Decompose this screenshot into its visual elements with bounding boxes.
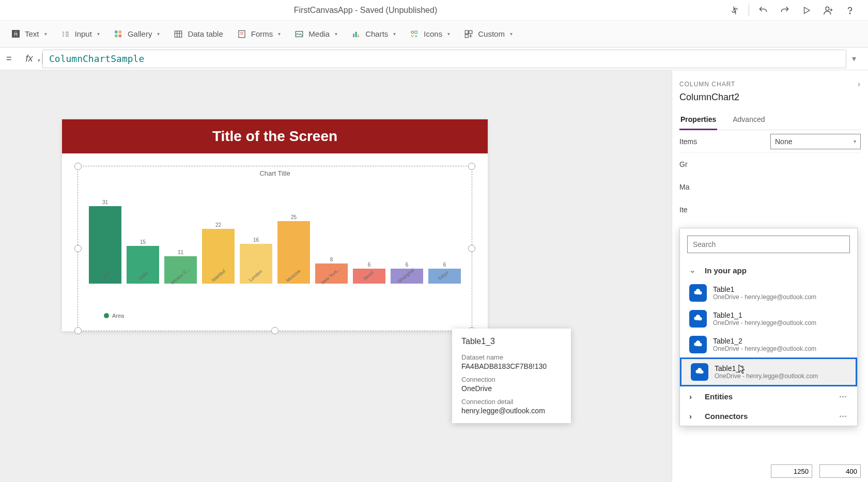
undo-icon[interactable]	[755, 3, 771, 18]
bar-value-label: 6	[406, 262, 409, 268]
share-icon[interactable]	[820, 3, 836, 18]
bar-value-label: 11	[178, 250, 183, 255]
bar-value-label: 16	[253, 237, 259, 243]
tab-properties[interactable]: Properties	[679, 110, 717, 130]
svg-rect-17	[465, 34, 468, 37]
datasource-subtitle: OneDrive - henry.legge@outlook.com	[715, 372, 818, 380]
svg-rect-7	[175, 31, 182, 37]
chevron-down-icon: ▾	[44, 31, 47, 37]
more-icon[interactable]: ⋯	[839, 392, 848, 401]
formula-input[interactable]	[42, 50, 846, 68]
prop-items-row: Items None ▾	[679, 130, 861, 153]
ribbon-charts[interactable]: Charts▾	[351, 29, 396, 39]
control-type-label: COLUMN CHART ›	[679, 80, 861, 89]
redo-icon[interactable]	[777, 3, 793, 18]
icons-icon	[409, 29, 420, 39]
app-title: FirstCanvasApp - Saved (Unpublished)	[10, 6, 721, 15]
chart-x-labels: CairoDelhiMexico C…IstanbulLondonMoscowN…	[83, 288, 467, 302]
forms-icon	[237, 29, 247, 39]
ribbon-gallery[interactable]: Gallery▾	[113, 29, 160, 39]
size-inputs	[771, 464, 861, 478]
onedrive-icon	[691, 363, 708, 381]
screen-header: Title of the Screen	[62, 119, 488, 153]
chart-title: Chart Title	[83, 169, 467, 177]
section-entities[interactable]: › Entities ⋯	[680, 386, 857, 406]
column-chart-control[interactable]: Chart Title 3115112216258666 CairoDelhiM…	[78, 166, 472, 331]
selection-handle[interactable]	[74, 245, 82, 252]
ribbon-icons[interactable]: Icons▾	[409, 29, 450, 39]
datasource-item[interactable]: Table1_2OneDrive - henry.legge@outlook.c…	[680, 332, 857, 357]
bar-value-label: 31	[102, 199, 108, 205]
datasource-title: Table1_3	[715, 364, 818, 372]
svg-rect-4	[119, 30, 121, 33]
selection-handle[interactable]	[74, 163, 82, 170]
svg-rect-11	[355, 32, 357, 37]
property-row-partial: Ite	[679, 198, 700, 221]
datasource-tooltip: Table1_3 Dataset name FA4BADB8183CF7B8!1…	[452, 329, 571, 423]
ribbon-forms[interactable]: Forms▾	[237, 29, 281, 39]
prop-items-select[interactable]: None ▾	[770, 134, 861, 149]
canvas-area[interactable]: Title of the Screen Chart Title 31151122…	[0, 70, 672, 482]
chevron-right-icon: ›	[689, 412, 699, 421]
ribbon-text[interactable]: 🅰Text▾	[10, 29, 47, 39]
section-in-your-app[interactable]: ⌄ In your app	[680, 260, 857, 280]
chevron-down-icon: ▾	[510, 31, 513, 37]
bar-value-label: 6	[368, 262, 371, 268]
datasource-subtitle: OneDrive - henry.legge@outlook.com	[713, 293, 816, 301]
datasource-dropdown: ⌄ In your app Table1OneDrive - henry.leg…	[679, 228, 858, 426]
search-input[interactable]	[687, 236, 850, 253]
tooltip-title: Table1_3	[461, 337, 562, 346]
svg-rect-3	[115, 30, 117, 33]
datasource-item[interactable]: Table1OneDrive - henry.legge@outlook.com	[680, 280, 857, 306]
selection-handle[interactable]	[468, 163, 475, 170]
chart-legend: Area	[83, 313, 467, 319]
fx-button[interactable]: fx▾	[17, 53, 42, 64]
svg-rect-10	[353, 34, 354, 37]
table-icon	[173, 29, 183, 39]
size-height-input[interactable]	[819, 464, 861, 478]
chevron-right-icon: ›	[689, 392, 699, 401]
tab-advanced[interactable]: Advanced	[732, 110, 766, 130]
ribbon-data-table[interactable]: Data table	[173, 29, 223, 39]
datasource-item[interactable]: Table1_3OneDrive - henry.legge@outlook.c…	[680, 357, 857, 386]
chevron-down-icon: ▾	[335, 31, 337, 37]
play-icon[interactable]	[799, 3, 814, 18]
title-bar: FirstCanvasApp - Saved (Unpublished)	[0, 0, 868, 21]
svg-point-2	[849, 13, 850, 13]
ribbon-input[interactable]: Input▾	[60, 29, 100, 39]
bar-value-label: 8	[330, 257, 333, 262]
help-icon[interactable]	[842, 3, 858, 18]
charts-icon	[351, 29, 361, 39]
size-width-input[interactable]	[771, 464, 812, 478]
bar-value-label: 6	[443, 262, 446, 268]
chevron-right-icon[interactable]: ›	[858, 80, 861, 89]
svg-rect-16	[469, 30, 472, 34]
datasource-item[interactable]: Table1_1OneDrive - henry.legge@outlook.c…	[680, 306, 857, 332]
properties-tabs: Properties Advanced	[679, 110, 861, 130]
gallery-icon	[113, 29, 123, 39]
onedrive-icon	[689, 336, 707, 353]
app-checker-icon[interactable]	[727, 3, 742, 18]
ribbon-media[interactable]: Media▾	[294, 29, 337, 39]
onedrive-icon	[689, 310, 707, 328]
selection-handle[interactable]	[74, 327, 82, 334]
chart-bars: 3115112216258666	[83, 180, 467, 284]
selection-handle[interactable]	[468, 245, 475, 252]
bar-value-label: 15	[140, 239, 146, 245]
svg-rect-5	[115, 34, 117, 37]
selection-handle[interactable]	[271, 327, 278, 334]
more-icon[interactable]: ⋯	[839, 411, 848, 421]
svg-point-13	[411, 31, 414, 34]
formula-bar: = fx▾ ▾	[0, 48, 868, 70]
svg-point-1	[826, 7, 829, 10]
section-connectors[interactable]: › Connectors ⋯	[680, 406, 857, 426]
expand-formula-icon[interactable]: ▾	[846, 54, 862, 64]
chevron-down-icon: ▾	[157, 31, 160, 37]
svg-rect-12	[358, 35, 359, 37]
datasource-title: Table1	[713, 285, 816, 293]
workspace: Title of the Screen Chart Title 31151122…	[0, 70, 868, 482]
ribbon-custom[interactable]: Custom▾	[463, 29, 513, 39]
chevron-down-icon: ▾	[97, 31, 100, 37]
chevron-down-icon: ▾	[393, 31, 396, 37]
input-icon	[60, 29, 71, 39]
